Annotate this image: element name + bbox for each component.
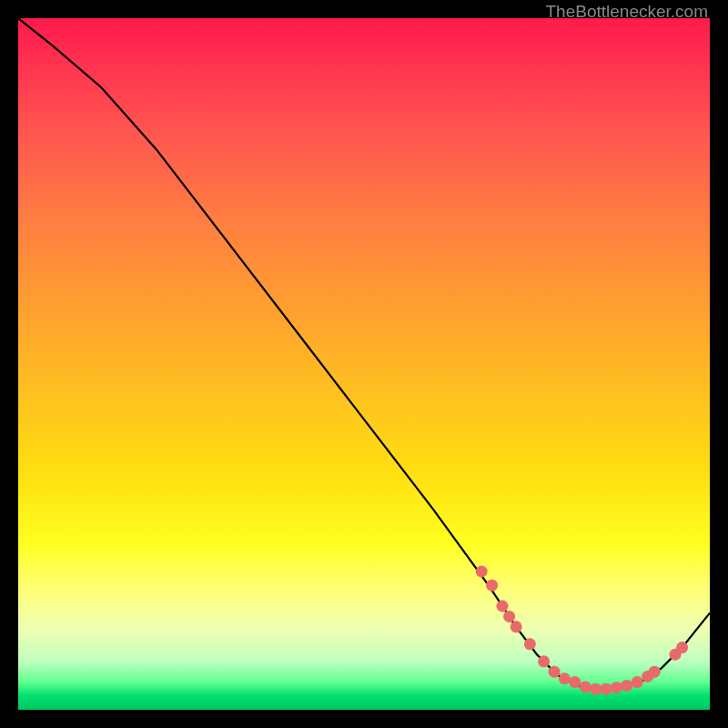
- marker-point: [549, 666, 561, 678]
- marker-point: [486, 580, 498, 592]
- watermark-text: TheBottlenecker.com: [546, 2, 708, 22]
- marker-point: [611, 682, 622, 693]
- marker-point: [676, 642, 688, 653]
- marker-point: [524, 638, 536, 650]
- marker-point: [632, 676, 643, 688]
- marker-point: [497, 601, 509, 612]
- marker-point: [580, 681, 592, 693]
- marker-point: [538, 655, 550, 667]
- marker-point: [590, 683, 602, 695]
- chart-svg: [18, 18, 710, 710]
- curve-line: [18, 18, 710, 689]
- marker-point: [559, 672, 571, 684]
- marker-point: [649, 666, 661, 678]
- marker-point: [511, 621, 522, 632]
- marker-point: [569, 676, 581, 688]
- marker-point: [503, 611, 515, 622]
- chart-container: [18, 18, 710, 710]
- highlight-markers: [476, 566, 688, 695]
- marker-point: [601, 683, 612, 695]
- bottleneck-curve: [18, 18, 710, 689]
- marker-point: [476, 566, 488, 578]
- marker-point: [621, 680, 632, 692]
